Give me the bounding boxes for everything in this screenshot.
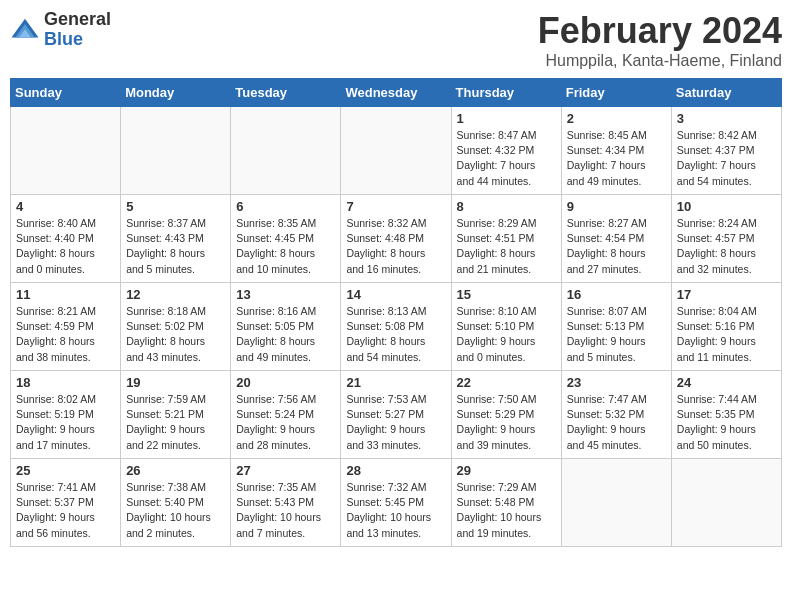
calendar-cell: 7Sunrise: 8:32 AMSunset: 4:48 PMDaylight… bbox=[341, 195, 451, 283]
day-number: 10 bbox=[677, 199, 776, 214]
day-info: Sunrise: 7:56 AMSunset: 5:24 PMDaylight:… bbox=[236, 392, 335, 453]
day-info: Sunrise: 7:53 AMSunset: 5:27 PMDaylight:… bbox=[346, 392, 445, 453]
calendar-cell: 6Sunrise: 8:35 AMSunset: 4:45 PMDaylight… bbox=[231, 195, 341, 283]
day-number: 29 bbox=[457, 463, 556, 478]
month-title: February 2024 bbox=[538, 10, 782, 52]
day-info: Sunrise: 8:04 AMSunset: 5:16 PMDaylight:… bbox=[677, 304, 776, 365]
day-info: Sunrise: 8:29 AMSunset: 4:51 PMDaylight:… bbox=[457, 216, 556, 277]
calendar-cell: 24Sunrise: 7:44 AMSunset: 5:35 PMDayligh… bbox=[671, 371, 781, 459]
calendar-cell bbox=[671, 459, 781, 547]
calendar-cell: 13Sunrise: 8:16 AMSunset: 5:05 PMDayligh… bbox=[231, 283, 341, 371]
calendar-cell: 17Sunrise: 8:04 AMSunset: 5:16 PMDayligh… bbox=[671, 283, 781, 371]
day-of-week-header: Tuesday bbox=[231, 79, 341, 107]
day-info: Sunrise: 8:35 AMSunset: 4:45 PMDaylight:… bbox=[236, 216, 335, 277]
calendar-cell: 1Sunrise: 8:47 AMSunset: 4:32 PMDaylight… bbox=[451, 107, 561, 195]
calendar-cell: 26Sunrise: 7:38 AMSunset: 5:40 PMDayligh… bbox=[121, 459, 231, 547]
day-number: 20 bbox=[236, 375, 335, 390]
calendar-cell: 10Sunrise: 8:24 AMSunset: 4:57 PMDayligh… bbox=[671, 195, 781, 283]
calendar-cell: 9Sunrise: 8:27 AMSunset: 4:54 PMDaylight… bbox=[561, 195, 671, 283]
logo: General Blue bbox=[10, 10, 111, 50]
calendar-cell: 19Sunrise: 7:59 AMSunset: 5:21 PMDayligh… bbox=[121, 371, 231, 459]
calendar-week-row: 4Sunrise: 8:40 AMSunset: 4:40 PMDaylight… bbox=[11, 195, 782, 283]
day-of-week-header: Sunday bbox=[11, 79, 121, 107]
day-number: 19 bbox=[126, 375, 225, 390]
day-number: 5 bbox=[126, 199, 225, 214]
day-info: Sunrise: 7:29 AMSunset: 5:48 PMDaylight:… bbox=[457, 480, 556, 541]
calendar-header-row: SundayMondayTuesdayWednesdayThursdayFrid… bbox=[11, 79, 782, 107]
calendar-cell: 16Sunrise: 8:07 AMSunset: 5:13 PMDayligh… bbox=[561, 283, 671, 371]
day-info: Sunrise: 8:32 AMSunset: 4:48 PMDaylight:… bbox=[346, 216, 445, 277]
calendar-cell: 27Sunrise: 7:35 AMSunset: 5:43 PMDayligh… bbox=[231, 459, 341, 547]
day-number: 13 bbox=[236, 287, 335, 302]
logo-general-text: General bbox=[44, 10, 111, 30]
day-of-week-header: Thursday bbox=[451, 79, 561, 107]
day-number: 16 bbox=[567, 287, 666, 302]
calendar-cell: 5Sunrise: 8:37 AMSunset: 4:43 PMDaylight… bbox=[121, 195, 231, 283]
day-info: Sunrise: 8:24 AMSunset: 4:57 PMDaylight:… bbox=[677, 216, 776, 277]
day-number: 12 bbox=[126, 287, 225, 302]
day-info: Sunrise: 8:47 AMSunset: 4:32 PMDaylight:… bbox=[457, 128, 556, 189]
day-info: Sunrise: 8:21 AMSunset: 4:59 PMDaylight:… bbox=[16, 304, 115, 365]
day-info: Sunrise: 8:10 AMSunset: 5:10 PMDaylight:… bbox=[457, 304, 556, 365]
calendar-table: SundayMondayTuesdayWednesdayThursdayFrid… bbox=[10, 78, 782, 547]
calendar-cell: 8Sunrise: 8:29 AMSunset: 4:51 PMDaylight… bbox=[451, 195, 561, 283]
location: Humppila, Kanta-Haeme, Finland bbox=[538, 52, 782, 70]
calendar-cell: 14Sunrise: 8:13 AMSunset: 5:08 PMDayligh… bbox=[341, 283, 451, 371]
day-of-week-header: Saturday bbox=[671, 79, 781, 107]
day-number: 26 bbox=[126, 463, 225, 478]
day-info: Sunrise: 8:42 AMSunset: 4:37 PMDaylight:… bbox=[677, 128, 776, 189]
day-info: Sunrise: 8:02 AMSunset: 5:19 PMDaylight:… bbox=[16, 392, 115, 453]
day-number: 27 bbox=[236, 463, 335, 478]
day-number: 7 bbox=[346, 199, 445, 214]
day-number: 21 bbox=[346, 375, 445, 390]
calendar-cell: 18Sunrise: 8:02 AMSunset: 5:19 PMDayligh… bbox=[11, 371, 121, 459]
day-number: 4 bbox=[16, 199, 115, 214]
calendar-cell: 25Sunrise: 7:41 AMSunset: 5:37 PMDayligh… bbox=[11, 459, 121, 547]
calendar-cell bbox=[561, 459, 671, 547]
calendar-week-row: 1Sunrise: 8:47 AMSunset: 4:32 PMDaylight… bbox=[11, 107, 782, 195]
calendar-cell: 2Sunrise: 8:45 AMSunset: 4:34 PMDaylight… bbox=[561, 107, 671, 195]
day-number: 17 bbox=[677, 287, 776, 302]
day-number: 15 bbox=[457, 287, 556, 302]
day-info: Sunrise: 8:13 AMSunset: 5:08 PMDaylight:… bbox=[346, 304, 445, 365]
logo-blue-text: Blue bbox=[44, 30, 111, 50]
logo-icon bbox=[10, 15, 40, 45]
calendar-cell bbox=[121, 107, 231, 195]
day-info: Sunrise: 7:50 AMSunset: 5:29 PMDaylight:… bbox=[457, 392, 556, 453]
calendar-cell: 23Sunrise: 7:47 AMSunset: 5:32 PMDayligh… bbox=[561, 371, 671, 459]
day-info: Sunrise: 7:47 AMSunset: 5:32 PMDaylight:… bbox=[567, 392, 666, 453]
calendar-week-row: 25Sunrise: 7:41 AMSunset: 5:37 PMDayligh… bbox=[11, 459, 782, 547]
day-number: 23 bbox=[567, 375, 666, 390]
day-number: 14 bbox=[346, 287, 445, 302]
day-info: Sunrise: 7:41 AMSunset: 5:37 PMDaylight:… bbox=[16, 480, 115, 541]
day-number: 6 bbox=[236, 199, 335, 214]
day-info: Sunrise: 7:32 AMSunset: 5:45 PMDaylight:… bbox=[346, 480, 445, 541]
day-info: Sunrise: 8:37 AMSunset: 4:43 PMDaylight:… bbox=[126, 216, 225, 277]
day-number: 8 bbox=[457, 199, 556, 214]
calendar-cell: 22Sunrise: 7:50 AMSunset: 5:29 PMDayligh… bbox=[451, 371, 561, 459]
day-number: 3 bbox=[677, 111, 776, 126]
day-number: 25 bbox=[16, 463, 115, 478]
day-info: Sunrise: 8:16 AMSunset: 5:05 PMDaylight:… bbox=[236, 304, 335, 365]
day-number: 22 bbox=[457, 375, 556, 390]
day-number: 1 bbox=[457, 111, 556, 126]
day-number: 9 bbox=[567, 199, 666, 214]
calendar-cell: 28Sunrise: 7:32 AMSunset: 5:45 PMDayligh… bbox=[341, 459, 451, 547]
calendar-cell: 20Sunrise: 7:56 AMSunset: 5:24 PMDayligh… bbox=[231, 371, 341, 459]
calendar-cell: 11Sunrise: 8:21 AMSunset: 4:59 PMDayligh… bbox=[11, 283, 121, 371]
day-number: 2 bbox=[567, 111, 666, 126]
day-of-week-header: Monday bbox=[121, 79, 231, 107]
day-of-week-header: Friday bbox=[561, 79, 671, 107]
calendar-cell: 29Sunrise: 7:29 AMSunset: 5:48 PMDayligh… bbox=[451, 459, 561, 547]
calendar-cell: 12Sunrise: 8:18 AMSunset: 5:02 PMDayligh… bbox=[121, 283, 231, 371]
day-number: 24 bbox=[677, 375, 776, 390]
day-info: Sunrise: 8:07 AMSunset: 5:13 PMDaylight:… bbox=[567, 304, 666, 365]
day-number: 28 bbox=[346, 463, 445, 478]
day-info: Sunrise: 8:27 AMSunset: 4:54 PMDaylight:… bbox=[567, 216, 666, 277]
day-number: 18 bbox=[16, 375, 115, 390]
day-info: Sunrise: 8:45 AMSunset: 4:34 PMDaylight:… bbox=[567, 128, 666, 189]
calendar-week-row: 18Sunrise: 8:02 AMSunset: 5:19 PMDayligh… bbox=[11, 371, 782, 459]
title-block: February 2024 Humppila, Kanta-Haeme, Fin… bbox=[538, 10, 782, 70]
day-info: Sunrise: 8:18 AMSunset: 5:02 PMDaylight:… bbox=[126, 304, 225, 365]
calendar-cell bbox=[231, 107, 341, 195]
